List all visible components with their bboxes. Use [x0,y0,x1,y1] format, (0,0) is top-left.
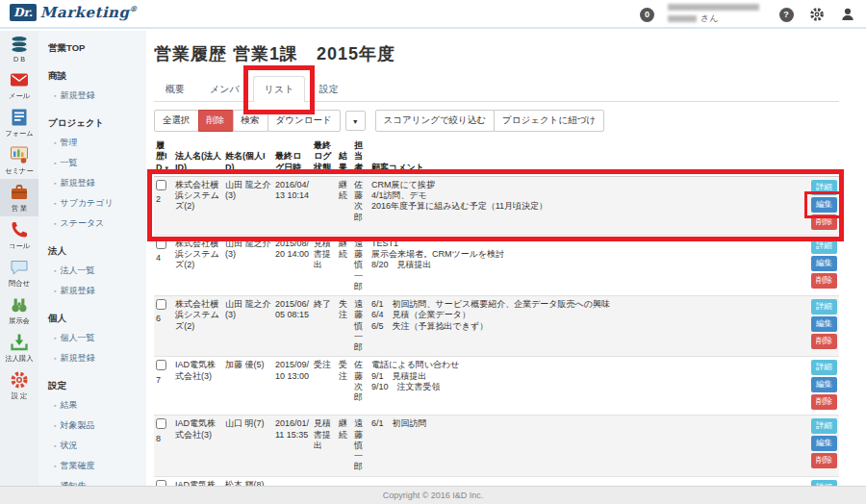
cell-actions: 詳細編集削除 [801,476,839,486]
cell-person: 山口 明(7) [223,416,273,476]
col-header-owner[interactable]: 担当者 [352,138,369,176]
cell-comment: 6/1 初回訪問、サービス概要紹介、企業データ販売への興味6/4 見積（企業デー… [369,296,801,357]
brand-logo[interactable]: Dr. Marketing® [10,4,138,21]
cell-last-log: 2015/09/10 13:00 [273,357,312,416]
rail-item-label: セミナー [2,166,37,176]
sidebar-item-結果[interactable]: ▪結果 [48,395,146,416]
col-header-company[interactable]: 法人名(法人ID) [173,138,223,176]
rail-item-seminar[interactable]: セミナー [0,141,38,179]
tab-settings[interactable]: 設定 [307,76,349,102]
cell-company: 株式会社横浜システムズ(2) [173,176,223,235]
col-header-last-log[interactable]: 最終ログ日時 [273,138,312,176]
sidebar-item-ステータス[interactable]: ▪ステータス [48,214,146,234]
rail-item-exhibition[interactable]: 展示会 [0,291,38,329]
history-table: 履歴ID ▼法人名(法人ID)姓名(個人ID)最終ログ日時最終ログ状態結果担当者… [154,138,839,486]
bullet-icon: ▪ [54,180,56,187]
sidebar-item-一覧[interactable]: ▪一覧 [48,153,146,173]
col-header-person[interactable]: 姓名(個人ID) [223,138,273,176]
col-header-result[interactable]: 結果 [337,138,352,176]
tab-overview[interactable]: 概要 [154,76,196,102]
edit-button[interactable]: 編集 [811,377,837,392]
cell-actions: 詳細編集削除 [801,296,839,357]
rail-item-inquiry[interactable]: 問合せ [0,254,38,291]
attach-project-button[interactable]: プロジェクトに紐づけ [494,110,604,132]
sidebar-item-法人一覧[interactable]: ▪法人一覧 [48,261,146,281]
download-dropdown-button[interactable]: ▼ [345,111,366,131]
delete-button[interactable]: 削除 [198,110,234,132]
comment-line: 9/10 注文書受領 [371,382,799,392]
call-icon [0,220,38,239]
cell-select-id: 9 [154,476,173,486]
rail-item-sales[interactable]: 営 業 [0,179,38,216]
inquiry-icon [0,258,38,277]
sidebar-item-状況[interactable]: ▪状況 [48,436,146,456]
col-header-history-id[interactable]: 履歴ID ▼ [154,138,173,176]
download-button[interactable]: ダウンロード [267,110,341,132]
detail-button[interactable]: 詳細 [811,239,837,254]
sidebar-item-個人一覧[interactable]: ▪個人一覧 [48,328,146,348]
delete-button[interactable]: 削除 [811,273,837,289]
sidebar-item-新規登録[interactable]: ▪新規登録 [48,86,146,106]
sidebar-item-管理[interactable]: ▪管理 [48,133,146,153]
sidebar-item-サブカテゴリ[interactable]: ▪サブカテゴリ [48,193,146,214]
row-checkbox[interactable] [156,299,166,310]
tab-members[interactable]: メンバ [198,76,251,102]
sidebar-item-営業確度[interactable]: ▪営業確度 [48,456,146,476]
sidebar-item-対象製品[interactable]: ▪対象製品 [48,416,146,436]
bullet-icon: ▪ [54,200,56,207]
table-body: 2株式会社横浜システムズ(2)山田 龍之介(3)2016/04/13 10:14… [154,176,839,486]
detail-button[interactable]: 詳細 [811,418,837,434]
rail-item-mail[interactable]: メール [0,66,38,104]
blurred-text [668,4,759,11]
rail-item-purchase[interactable]: 法人購入 [0,329,38,366]
cell-actions: 詳細編集削除 [801,176,839,235]
history-id: 6 [156,314,164,324]
chevron-down-icon: ▼ [352,118,359,125]
delete-button[interactable]: 削除 [811,453,837,468]
col-header-comment[interactable]: 顧客コメント [369,138,801,176]
settings-icon [0,370,38,390]
rail-item-call[interactable]: コール [0,216,38,254]
sidebar-item-新規登録[interactable]: ▪新規登録 [48,173,146,193]
search-button[interactable]: 検索 [233,110,268,132]
rail-item-settings[interactable]: 設 定 [0,366,38,404]
sidebar-item-新規登録[interactable]: ▪新規登録 [48,281,146,301]
row-checkbox[interactable] [156,360,166,370]
notification-badge[interactable]: 0 [640,8,654,22]
cell-owner [352,476,369,486]
tab-list[interactable]: リスト [253,76,306,102]
col-header-last-status[interactable]: 最終ログ状態 [312,138,337,176]
edit-button[interactable]: 編集 [811,436,837,451]
bullet-icon: ▪ [54,92,56,99]
row-checkbox[interactable] [156,180,166,190]
rail-item-label: 設 定 [2,391,37,401]
cell-last-status: 受注 [312,357,337,416]
edit-button[interactable]: 編集 [811,256,837,271]
detail-button[interactable]: 詳細 [811,180,837,195]
icon-rail: D Bメールフォームセミナー営 業コール問合せ展示会法人購入設 定 [0,31,38,486]
user-profile-icon[interactable] [839,6,856,23]
edit-button[interactable]: 編集 [811,197,837,213]
delete-button[interactable]: 削除 [811,334,837,349]
row-checkbox[interactable] [156,239,166,249]
copyright-text: Copyright © 2016 I&D Inc. [383,491,484,500]
comment-line: 6/5 失注（予算捻出できず） [371,321,799,332]
bullet-icon: ▪ [54,220,56,227]
rail-item-database[interactable]: D B [0,31,38,66]
sidebar-item-新規登録[interactable]: ▪新規登録 [48,348,146,368]
edit-button[interactable]: 編集 [811,316,837,332]
select-all-button[interactable]: 全選択 [154,110,199,132]
help-icon[interactable]: ? [777,6,795,23]
row-checkbox[interactable] [156,418,166,429]
cell-owner: 遠藤慎一郎 [352,296,369,357]
rail-item-form[interactable]: フォーム [0,104,38,141]
delete-button[interactable]: 削除 [811,394,837,410]
gear-icon[interactable] [808,6,826,23]
cell-last-status: 見積書提出 [312,416,337,476]
sidebar-item-sales-top[interactable]: 営業TOP [48,38,146,59]
scoring-filter-button[interactable]: スコアリングで絞り込む [375,110,496,132]
detail-button[interactable]: 詳細 [811,299,837,315]
rail-item-label: 問合せ [2,279,37,289]
delete-button[interactable]: 削除 [811,214,837,230]
detail-button[interactable]: 詳細 [811,360,837,375]
